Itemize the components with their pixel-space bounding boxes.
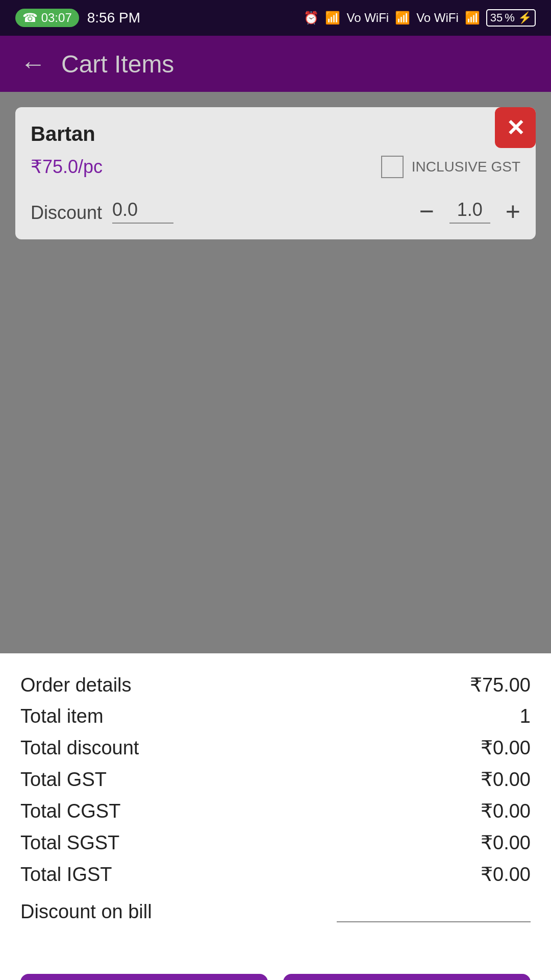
total-sgst-value: ₹0.00 — [481, 831, 531, 854]
total-item-label: Total item — [20, 705, 104, 727]
signal-icon: 📶 — [325, 11, 340, 25]
page-title: Cart Items — [61, 50, 174, 78]
battery-indicator: 35% ⚡ — [486, 9, 536, 27]
total-discount-row: Total discount ₹0.00 — [20, 737, 531, 759]
wifi-icon: Vo WiFi — [346, 11, 389, 25]
status-time: 03:07 — [41, 11, 72, 24]
close-icon: ✕ — [506, 115, 525, 141]
app-bar: ← Cart Items — [0, 36, 551, 92]
battery-level: 35 — [490, 11, 503, 24]
total-gst-row: Total GST ₹0.00 — [20, 768, 531, 791]
total-item-value: 1 — [520, 705, 531, 727]
total-discount-label: Total discount — [20, 737, 139, 759]
close-item-button[interactable]: ✕ — [495, 107, 536, 148]
order-details-row: Order details ₹75.00 — [20, 674, 531, 696]
item-name: Bartan — [31, 122, 520, 145]
total-gst-value: ₹0.00 — [481, 768, 531, 791]
print-bill-button[interactable]: Print Bill — [283, 974, 531, 980]
status-right: ⏰ 📶 Vo WiFi 📶 Vo WiFi 📶 35% ⚡ — [304, 9, 536, 27]
total-discount-value: ₹0.00 — [481, 737, 531, 759]
total-igst-row: Total IGST ₹0.00 — [20, 863, 531, 886]
main-content: ✕ Bartan ₹75.0/pc INCLUSIVE GST Discount… — [0, 92, 551, 653]
wifi3-icon: 📶 — [465, 11, 480, 25]
gst-label: INCLUSIVE GST — [412, 159, 520, 175]
total-cgst-value: ₹0.00 — [481, 800, 531, 822]
status-left: ☎ 03:07 8:56 PM — [15, 9, 140, 27]
total-igst-value: ₹0.00 — [481, 863, 531, 886]
discount-qty-row: Discount 0.0 − 1.0 + — [31, 193, 520, 224]
total-sgst-row: Total SGST ₹0.00 — [20, 831, 531, 854]
status-ampm: 8:56 PM — [87, 10, 140, 26]
signal2-icon: 📶 — [395, 11, 410, 25]
order-details-label: Order details — [20, 674, 132, 696]
cart-item-card: ✕ Bartan ₹75.0/pc INCLUSIVE GST Discount… — [15, 107, 536, 239]
order-summary: Order details ₹75.00 Total item 1 Total … — [0, 653, 551, 964]
discount-value[interactable]: 0.0 — [112, 199, 173, 224]
wifi2-icon: Vo WiFi — [416, 11, 459, 25]
phone-icon: ☎ 03:07 — [15, 9, 79, 27]
discount-on-bill-label: Discount on bill — [20, 901, 152, 923]
item-price-row: ₹75.0/pc INCLUSIVE GST — [31, 156, 520, 178]
total-cgst-row: Total CGST ₹0.00 — [20, 800, 531, 822]
total-cgst-label: Total CGST — [20, 800, 120, 822]
discount-section: Discount 0.0 — [31, 199, 173, 224]
bottom-buttons: Add customer info Print Bill — [0, 964, 551, 980]
status-bar: ☎ 03:07 8:56 PM ⏰ 📶 Vo WiFi 📶 Vo WiFi 📶 … — [0, 0, 551, 36]
alarm-icon: ⏰ — [304, 11, 319, 25]
total-gst-label: Total GST — [20, 769, 107, 791]
decrease-qty-button[interactable]: − — [419, 199, 434, 224]
order-details-value: ₹75.00 — [470, 674, 531, 696]
discount-on-bill-input[interactable] — [337, 902, 531, 922]
total-sgst-label: Total SGST — [20, 832, 119, 854]
total-item-row: Total item 1 — [20, 705, 531, 727]
item-price: ₹75.0/pc — [31, 156, 103, 178]
quantity-value[interactable]: 1.0 — [449, 199, 490, 224]
add-customer-button[interactable]: Add customer info — [20, 974, 268, 980]
discount-on-bill-row: Discount on bill — [20, 901, 531, 923]
inclusive-gst-checkbox[interactable] — [381, 156, 404, 178]
quantity-section: − 1.0 + — [419, 199, 520, 224]
increase-qty-button[interactable]: + — [506, 199, 520, 224]
gst-row: INCLUSIVE GST — [381, 156, 520, 178]
total-igst-label: Total IGST — [20, 864, 112, 886]
discount-label: Discount — [31, 202, 102, 224]
back-button[interactable]: ← — [20, 49, 46, 79]
